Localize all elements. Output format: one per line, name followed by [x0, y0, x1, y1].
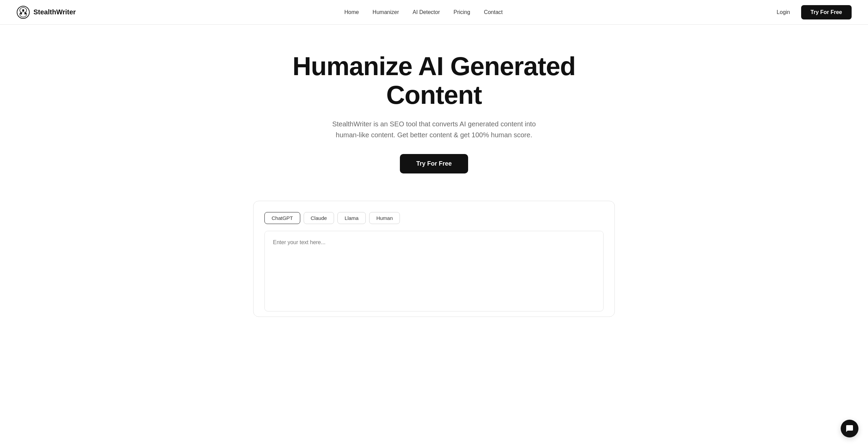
svg-line-5 — [23, 11, 25, 13]
nav-item-contact[interactable]: Contact — [484, 9, 503, 15]
svg-point-0 — [17, 6, 29, 18]
textarea-wrapper — [264, 231, 604, 311]
nav-item-humanizer[interactable]: Humanizer — [373, 9, 399, 15]
tab-claude[interactable]: Claude — [304, 212, 334, 224]
nav-item-home[interactable]: Home — [344, 9, 359, 15]
tool-section: ChatGPT Claude Llama Human — [0, 194, 868, 337]
svg-line-4 — [21, 11, 23, 13]
tool-card: ChatGPT Claude Llama Human — [253, 201, 615, 317]
svg-point-3 — [25, 13, 26, 14]
navbar: StealthWriter Home Humanizer AI Detector… — [0, 0, 868, 25]
tool-tabs: ChatGPT Claude Llama Human — [264, 212, 604, 224]
tab-human[interactable]: Human — [369, 212, 400, 224]
logo-icon — [16, 5, 30, 19]
try-for-free-hero-button[interactable]: Try For Free — [400, 154, 468, 173]
hero-title: Humanize AI Generated Content — [280, 52, 588, 109]
nav-menu: Home Humanizer AI Detector Pricing Conta… — [344, 9, 503, 15]
navbar-actions: Login Try For Free — [771, 5, 852, 19]
hero-section: Humanize AI Generated Content StealthWri… — [0, 25, 868, 194]
chat-icon — [845, 424, 854, 433]
login-button[interactable]: Login — [771, 6, 795, 18]
hero-subtitle: StealthWriter is an SEO tool that conver… — [332, 118, 536, 140]
logo-link[interactable]: StealthWriter — [16, 5, 76, 19]
chat-bubble-button[interactable] — [841, 420, 858, 437]
nav-item-ai-detector[interactable]: AI Detector — [413, 9, 440, 15]
svg-point-2 — [20, 13, 22, 14]
try-for-free-nav-button[interactable]: Try For Free — [801, 5, 852, 19]
brand-name: StealthWriter — [33, 8, 76, 16]
nav-item-pricing[interactable]: Pricing — [453, 9, 470, 15]
text-input[interactable] — [265, 231, 603, 310]
svg-point-1 — [22, 9, 24, 11]
tab-chatgpt[interactable]: ChatGPT — [264, 212, 300, 224]
tab-llama[interactable]: Llama — [337, 212, 366, 224]
